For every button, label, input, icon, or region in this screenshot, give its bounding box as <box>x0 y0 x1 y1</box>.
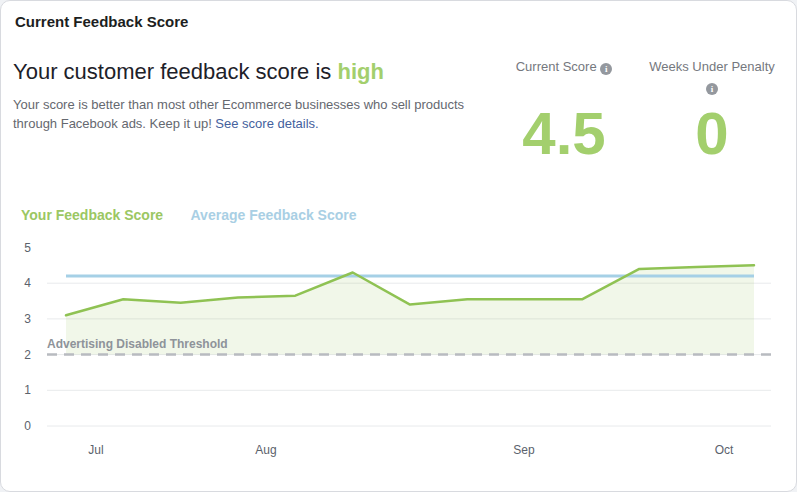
y-axis-tick-label: 4 <box>24 276 31 290</box>
score-description: Your score is better than most other Eco… <box>13 95 465 133</box>
y-axis-tick-label: 3 <box>24 312 31 326</box>
legend-your-feedback-score[interactable]: Your Feedback Score <box>21 207 163 223</box>
see-score-details-link[interactable]: See score details. <box>215 116 318 131</box>
current-score-stat: Current Score i 4.5 <box>494 59 634 169</box>
weeks-info-row: i <box>642 77 782 95</box>
current-score-value: 4.5 <box>494 103 634 165</box>
y-axis-tick-label: 0 <box>24 419 31 433</box>
current-score-label: Current Score <box>516 59 597 74</box>
headline: Your customer feedback score is high <box>13 59 384 85</box>
weeks-under-penalty-value: 0 <box>642 103 782 165</box>
weeks-under-penalty-label: Weeks Under Penalty <box>642 59 782 74</box>
y-axis-tick-label: 5 <box>24 241 31 255</box>
y-axis-tick-label: 1 <box>24 383 31 397</box>
chart-legend: Your Feedback Score Average Feedback Sco… <box>21 207 381 223</box>
x-axis-tick-label: Aug <box>255 443 276 457</box>
card-title: Current Feedback Score <box>15 13 188 30</box>
headline-status: high <box>337 59 383 84</box>
info-icon[interactable]: i <box>600 63 612 75</box>
headline-text: Your customer feedback score is <box>13 59 337 84</box>
threshold-label: Advertising Disabled Threshold <box>47 337 228 351</box>
x-axis-tick-label: Oct <box>715 443 734 457</box>
weeks-under-penalty-stat: Weeks Under Penalty i 0 <box>642 59 782 169</box>
info-icon[interactable]: i <box>706 83 718 95</box>
x-axis-tick-label: Jul <box>88 443 103 457</box>
y-axis-tick-label: 2 <box>24 348 31 362</box>
x-axis-tick-label: Sep <box>513 443 535 457</box>
current-score-label-row: Current Score i <box>494 59 634 75</box>
feedback-score-card: Current Feedback Score Your customer fee… <box>0 0 797 492</box>
legend-average-feedback-score[interactable]: Average Feedback Score <box>191 207 357 223</box>
feedback-chart[interactable]: 543210JulAugSepOctAdvertising Disabled T… <box>1 234 797 479</box>
